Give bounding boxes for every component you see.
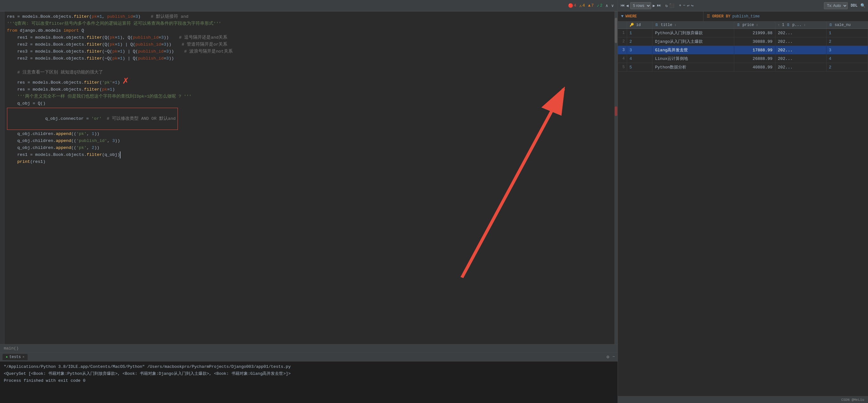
terminal-close-icon[interactable]: − (613, 354, 615, 360)
cell-sale: 1 (826, 29, 868, 37)
navigate-end-icon[interactable]: ⏭ (657, 3, 661, 8)
navigate-next-icon[interactable]: ▶ (653, 3, 655, 8)
code-line-8 (4, 62, 614, 69)
terminal-tab-icon: ● (6, 355, 8, 359)
col-header-id[interactable]: 🔑 id (627, 22, 652, 29)
terminal-tab-label: tests (9, 355, 21, 359)
scrollbar-thumb[interactable] (615, 18, 617, 43)
cell-sale: 2 (826, 63, 868, 72)
left-gutter (0, 11, 4, 344)
terminal-line-1: "/Applications/Python 3.8/IDLE.app/Conte… (4, 363, 614, 370)
cell-price: 30888.99 (734, 37, 775, 46)
refresh-icon[interactable]: ↻ (665, 3, 668, 8)
terminal-tab-close-icon[interactable]: × (23, 355, 25, 359)
search-icon[interactable]: 🔍 (860, 3, 865, 8)
cell-price: 40888.99 (734, 63, 775, 72)
cell-id: 1 (627, 29, 652, 37)
db-filter-bar: ▼ WHERE ☰ ORDER BY publish_time (618, 11, 868, 22)
badge-warning[interactable]: ⚠ 4 (579, 3, 585, 8)
cell-id: 2 (627, 37, 652, 46)
code-line-14: q_obj.connector = 'or' # 可以修改类型 AND OR 默… (4, 107, 614, 131)
code-content-area[interactable]: res = models.Book.objects.filter(pk=1, p… (4, 11, 614, 344)
db-status-bar: CSDN @MeLiu (618, 396, 868, 403)
main-label: main() (4, 346, 19, 351)
editor-toolbar: 🔴 4 ⚠ 4 ▲ 7 ✓ 2 ∧ ∨ (0, 0, 618, 11)
rows-selector[interactable]: 5 rows (630, 2, 651, 9)
cell-date: 202... (775, 37, 826, 46)
terminal-line-3: Process finished with exit code 0 (4, 377, 614, 384)
terminal-content: "/Applications/Python 3.8/IDLE.app/Conte… (0, 362, 618, 403)
code-line-3: from django.db.models import Q (4, 27, 614, 34)
cell-date: 202... (775, 63, 826, 72)
status-text: CSDN @MeLiu (841, 398, 864, 402)
chevron-down-icon[interactable]: ∨ (611, 3, 614, 8)
code-line-6: res3 = models.Book.objects.filter(~Q(pk=… (4, 48, 614, 55)
stop-icon[interactable]: ⬛ (669, 3, 674, 8)
tx-selector[interactable]: Tx: Auto (824, 2, 848, 9)
code-line-4: res1 = models.Book.objects.filter(Q(pk=1… (4, 34, 614, 41)
navigate-prev-icon[interactable]: ◀ (626, 3, 629, 8)
undo-icon[interactable]: ↩ (687, 3, 689, 8)
code-editor[interactable]: res = models.Book.objects.filter(pk=1, p… (0, 11, 618, 344)
chevron-up-icon[interactable]: ∧ (606, 3, 608, 8)
table-row[interactable]: 4 4 Linux云计算倒地 26888.99 202... 4 (618, 55, 868, 63)
db-table-container[interactable]: 🔑 id 🗓 title ↕ 🗓 price ↕ ↑ 1 🗓 p... ↕ (618, 22, 868, 396)
badge-ok[interactable]: ✓ 2 (597, 3, 603, 8)
terminal-tabs-bar: ● tests × ⚙ − (0, 352, 618, 362)
code-line-5: res2 = models.Book.objects.filter(Q(pk=1… (4, 41, 614, 48)
where-label: WHERE (625, 14, 637, 19)
badge-error[interactable]: 🔴 4 (568, 3, 576, 8)
code-line-2: '''Q查询: 可以改变filter括号内多个条件之间的逻辑运算符 还可以将查询… (4, 20, 614, 27)
code-line-19: print(res1) (4, 159, 614, 165)
col-header-title[interactable]: 🗓 title ↕ (652, 22, 734, 29)
table-row-selected[interactable]: 3 3 Glang高并发去世 17888.99 202... 3 (618, 46, 868, 55)
order-by-section: ☰ ORDER BY publish_time (704, 14, 868, 19)
row-num: 4 (618, 55, 627, 63)
order-field: publish_time (732, 14, 760, 19)
code-line-11: res = models.Book.objects.filter(pk=1) (4, 86, 614, 93)
cell-id: 3 (627, 46, 652, 55)
code-line-1: res = models.Book.objects.filter(pk=1, p… (4, 13, 614, 20)
row-num: 2 (618, 37, 627, 46)
cell-title: Glang高并发去世 (652, 46, 734, 55)
editor-area: 🔴 4 ⚠ 4 ▲ 7 ✓ 2 ∧ ∨ (0, 0, 618, 403)
code-line-17: q_obj.children.append(('pk', 2)) (4, 144, 614, 152)
code-line-13: q_obj = Q() (4, 100, 614, 107)
col-header-sale-nu[interactable]: 🗓 sale_nu (826, 22, 868, 29)
code-line-9: # 注意查看一下区别 就知道Q功能的强大了 (4, 69, 614, 76)
db-toolbar: ⏮ ◀ 5 rows ▶ ⏭ ↻ ⬛ + − ↩ ↪ Tx: Auto D (618, 0, 868, 11)
vertical-scrollbar[interactable] (614, 11, 618, 344)
cell-date: 202... (775, 29, 826, 37)
code-line-18: res1 = models.Book.objects.filter(q_obj) (4, 152, 614, 159)
navigate-start-icon[interactable]: ⏮ (620, 3, 624, 8)
cell-sale: 4 (826, 55, 868, 63)
table-row[interactable]: 1 1 Python从入门到放弃爆款 21999.88 202... 1 (618, 29, 868, 37)
terminal-settings-icon[interactable]: ⚙ (607, 354, 609, 360)
ddl-button[interactable]: DDL (850, 3, 858, 8)
delete-row-icon[interactable]: − (683, 3, 685, 8)
row-num: 3 (618, 46, 627, 55)
col-header-p[interactable]: ↑ 1 🗓 p... ↕ (775, 22, 826, 29)
cell-date: 202... (775, 46, 826, 55)
col-header-rownum (618, 22, 627, 29)
table-row[interactable]: 5 5 Python数据分析 40888.99 202... 2 (618, 63, 868, 72)
redo-icon[interactable]: ↪ (691, 3, 694, 8)
terminal-line-2: <QuerySet [<Book: 书籍对象:Python从入门到放弃爆款>, … (4, 370, 614, 377)
cell-title: Python数据分析 (652, 63, 734, 72)
filter-icon: ▼ (621, 14, 624, 19)
cell-price: 21999.88 (734, 29, 775, 37)
cell-sale: 3 (826, 46, 868, 55)
col-header-price[interactable]: 🗓 price ↕ (734, 22, 775, 29)
cell-title: Django从入门到入土爆款 (652, 37, 734, 46)
terminal-tab[interactable]: ● tests × (3, 354, 28, 360)
cell-title: Python从入门到放弃爆款 (652, 29, 734, 37)
cell-price: 17888.99 (734, 46, 775, 55)
cell-title: Linux云计算倒地 (652, 55, 734, 63)
add-row-icon[interactable]: + (679, 3, 681, 8)
terminal-area: ● tests × ⚙ − "/Applications/Python 3.8/… (0, 352, 618, 403)
cell-id: 4 (627, 55, 652, 63)
table-row[interactable]: 2 2 Django从入门到入土爆款 30888.99 202... 2 (618, 37, 868, 46)
row-num: 5 (618, 63, 627, 72)
badge-alert[interactable]: ▲ 7 (588, 3, 594, 8)
code-line-10: res = models.Book.objects.filter('pk'=1)… (4, 76, 614, 86)
